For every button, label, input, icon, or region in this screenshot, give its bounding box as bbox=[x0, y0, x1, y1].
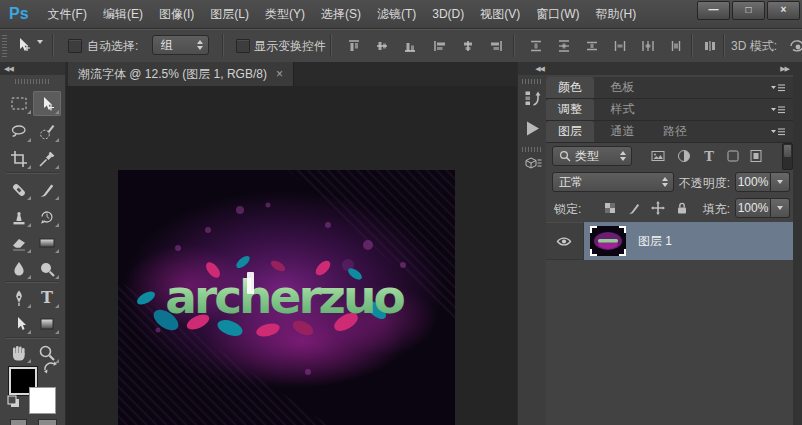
tab-color[interactable]: 颜色 bbox=[546, 77, 594, 98]
lock-transparency-icon[interactable] bbox=[600, 199, 620, 217]
3d-panel-button[interactable] bbox=[521, 154, 544, 176]
filter-type-layers-icon[interactable]: T bbox=[699, 147, 719, 165]
close-button[interactable]: × bbox=[767, 1, 800, 20]
align-left-edges-button[interactable] bbox=[429, 37, 451, 55]
opacity-dropdown-arrow[interactable] bbox=[771, 172, 790, 192]
background-color-swatch[interactable] bbox=[29, 387, 56, 414]
distribute-bottom-edges-button[interactable] bbox=[581, 37, 603, 55]
canvas-artwork[interactable]: archerzuo bbox=[118, 170, 455, 425]
maximize-button[interactable]: □ bbox=[732, 1, 765, 20]
tab-channels[interactable]: 通道 bbox=[598, 121, 646, 142]
menu-help[interactable]: 帮助(H) bbox=[588, 0, 645, 28]
align-bottom-edges-button[interactable] bbox=[399, 37, 421, 55]
layer-thumbnail[interactable] bbox=[590, 226, 626, 256]
3d-rotate-mode-icon[interactable] bbox=[786, 37, 802, 55]
tab-styles[interactable]: 样式 bbox=[598, 99, 646, 120]
auto-select-checkbox[interactable] bbox=[68, 39, 82, 53]
actions-panel-button[interactable] bbox=[521, 117, 544, 139]
move-tool[interactable] bbox=[33, 91, 61, 116]
menu-filter[interactable]: 滤镜(T) bbox=[369, 0, 424, 28]
filter-pixel-layers-icon[interactable] bbox=[648, 147, 668, 165]
align-vertical-centers-button[interactable] bbox=[371, 37, 393, 55]
distribute-horizontal-centers-button[interactable] bbox=[637, 37, 659, 55]
brush-tool[interactable] bbox=[33, 177, 61, 202]
distribute-left-edges-button[interactable] bbox=[609, 37, 631, 55]
lock-all-icon[interactable] bbox=[672, 199, 692, 217]
screen-mode-button[interactable] bbox=[38, 419, 57, 425]
align-horizontal-centers-button[interactable] bbox=[457, 37, 479, 55]
document-area[interactable]: 潮流字体 @ 12.5% (图层 1, RGB/8) × bbox=[66, 62, 517, 425]
type-tool[interactable]: T bbox=[33, 285, 61, 310]
drag-grip[interactable] bbox=[15, 79, 51, 84]
distribute-right-edges-button[interactable] bbox=[665, 37, 687, 55]
swap-colors-icon[interactable] bbox=[42, 360, 58, 376]
opacity-value[interactable]: 100% bbox=[735, 172, 771, 192]
layer-filter-type-dropdown[interactable]: 类型 bbox=[552, 146, 632, 166]
eraser-tool[interactable] bbox=[5, 230, 33, 255]
panel-menu-icon[interactable] bbox=[770, 127, 786, 137]
menu-view[interactable]: 视图(V) bbox=[472, 0, 528, 28]
menu-edit[interactable]: 编辑(E) bbox=[95, 0, 151, 28]
document-tab[interactable]: 潮流字体 @ 12.5% (图层 1, RGB/8) × bbox=[68, 62, 294, 86]
crop-tool[interactable] bbox=[5, 146, 33, 171]
drag-grip[interactable] bbox=[522, 79, 543, 84]
filter-smart-objects-icon[interactable] bbox=[746, 147, 766, 165]
align-right-edges-button[interactable] bbox=[485, 37, 507, 55]
tab-swatches[interactable]: 色板 bbox=[598, 77, 646, 98]
menu-image[interactable]: 图像(I) bbox=[151, 0, 202, 28]
panel-menu-icon[interactable] bbox=[770, 83, 786, 93]
eyedropper-tool[interactable] bbox=[33, 146, 61, 171]
drag-grip[interactable] bbox=[522, 147, 543, 152]
layer-row[interactable]: 图层 1 bbox=[546, 222, 793, 260]
minimize-button[interactable]: — bbox=[697, 1, 730, 20]
gradient-tool[interactable] bbox=[33, 230, 61, 255]
layer-name[interactable]: 图层 1 bbox=[638, 233, 672, 250]
lock-position-icon[interactable] bbox=[648, 199, 668, 217]
distribute-vertical-centers-button[interactable] bbox=[553, 37, 575, 55]
menu-file[interactable]: 文件(F) bbox=[40, 0, 95, 28]
selected-layer[interactable]: 图层 1 bbox=[584, 222, 793, 260]
auto-select-mode-dropdown[interactable]: 组 bbox=[152, 35, 209, 55]
tab-adjustments[interactable]: 调整 bbox=[546, 99, 594, 120]
tab-paths[interactable]: 路径 bbox=[651, 121, 699, 142]
menu-3d[interactable]: 3D(D) bbox=[424, 0, 472, 28]
filter-adjustment-layers-icon[interactable] bbox=[674, 147, 694, 165]
tab-layers[interactable]: 图层 bbox=[546, 121, 594, 142]
tab-close-icon[interactable]: × bbox=[276, 67, 283, 81]
fill-value[interactable]: 100% bbox=[735, 198, 771, 218]
filter-shape-layers-icon[interactable] bbox=[723, 147, 743, 165]
fill-dropdown-arrow[interactable] bbox=[771, 198, 790, 218]
clone-stamp-tool[interactable] bbox=[5, 204, 33, 229]
strip-expand-header[interactable]: ◀◀ bbox=[518, 62, 547, 75]
blur-tool[interactable] bbox=[5, 256, 33, 281]
dock-collapse-header[interactable]: ▶▶ bbox=[546, 62, 793, 75]
history-panel-button[interactable] bbox=[521, 87, 544, 109]
menu-type[interactable]: 类型(Y) bbox=[257, 0, 313, 28]
blend-mode-dropdown[interactable]: 正常 bbox=[552, 172, 674, 192]
dodge-tool[interactable] bbox=[33, 256, 61, 281]
tool-preset-arrow-icon[interactable] bbox=[37, 44, 43, 62]
layer-visibility-cell[interactable] bbox=[546, 222, 584, 260]
lasso-tool[interactable] bbox=[5, 119, 33, 144]
layer-filter-toggle[interactable] bbox=[782, 143, 793, 170]
distribute-spacing-button[interactable] bbox=[699, 37, 721, 55]
history-brush-tool[interactable] bbox=[33, 204, 61, 229]
path-selection-tool[interactable] bbox=[5, 311, 33, 336]
lock-pixels-icon[interactable] bbox=[624, 199, 644, 217]
default-colors-icon[interactable] bbox=[6, 394, 22, 410]
distribute-top-edges-button[interactable] bbox=[525, 37, 547, 55]
quick-mask-button[interactable] bbox=[10, 419, 27, 425]
menu-window[interactable]: 窗口(W) bbox=[528, 0, 587, 28]
tools-collapse-header[interactable]: ◀◀ bbox=[0, 62, 65, 75]
drag-grip[interactable] bbox=[2, 34, 7, 57]
show-transform-checkbox[interactable] bbox=[236, 39, 250, 53]
align-top-edges-button[interactable] bbox=[343, 37, 365, 55]
menu-select[interactable]: 选择(S) bbox=[313, 0, 369, 28]
healing-brush-tool[interactable] bbox=[5, 177, 33, 202]
quick-selection-tool[interactable] bbox=[33, 119, 61, 144]
hand-tool[interactable] bbox=[5, 340, 33, 365]
rectangle-shape-tool[interactable] bbox=[33, 311, 61, 336]
rectangular-marquee-tool[interactable] bbox=[5, 91, 33, 116]
panel-menu-icon[interactable] bbox=[770, 105, 786, 115]
pen-tool[interactable] bbox=[5, 285, 33, 310]
